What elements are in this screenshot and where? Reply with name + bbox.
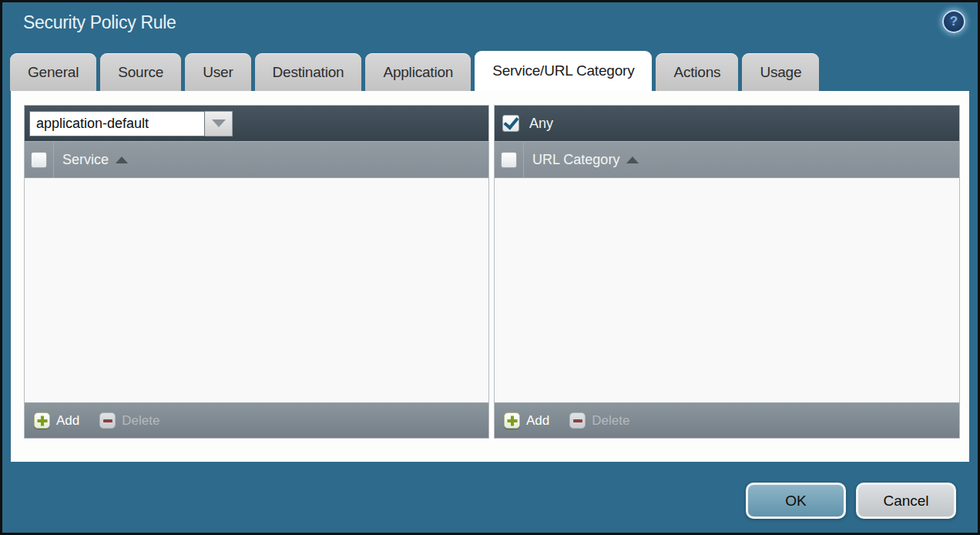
url-category-panel: Any URL Category Add Delete [494,105,960,439]
plus-icon [504,412,520,429]
service-column-header: Service [25,141,488,178]
help-icon[interactable]: ? [942,10,965,33]
security-policy-rule-dialog: { "dialog": { "title": "Security Policy … [0,0,980,535]
service-type-dropdown[interactable]: application-default [29,111,233,136]
add-url-category-button[interactable]: Add [504,412,549,429]
tab-service-url-category[interactable]: Service/URL Category [475,51,652,91]
delete-service-button[interactable]: Delete [99,412,159,429]
minus-icon [569,412,586,429]
any-label: Any [529,116,553,132]
sort-ascending-icon [626,156,639,163]
tab-bar: General Source User Destination Applicat… [10,51,819,91]
plus-icon [34,412,50,429]
url-category-panel-header: Any [495,106,959,141]
tab-application[interactable]: Application [365,53,471,91]
service-type-dropdown-value[interactable]: application-default [29,111,205,136]
minus-icon [99,412,116,429]
sort-ascending-icon [116,156,128,163]
url-category-column-label[interactable]: URL Category [532,152,619,168]
tab-content-area: application-default Service Add Delete [11,91,969,462]
page-title: Security Policy Rule [23,12,176,33]
url-category-select-all-checkbox[interactable] [501,152,517,168]
ok-button[interactable]: OK [746,483,846,519]
add-service-label: Add [56,413,79,429]
tab-usage[interactable]: Usage [742,53,819,91]
tab-actions[interactable]: Actions [656,53,738,91]
tab-source[interactable]: Source [100,53,181,91]
service-select-all-cell [25,142,54,177]
service-panel-footer: Add Delete [25,402,488,438]
chevron-down-icon [212,119,226,127]
url-category-panel-footer: Add Delete [495,402,959,438]
url-category-select-all-cell [495,142,524,177]
url-category-column-header: URL Category [495,141,959,178]
service-column-label[interactable]: Service [62,152,109,168]
service-select-all-checkbox[interactable] [31,152,47,168]
tab-general[interactable]: General [10,53,96,91]
tab-destination[interactable]: Destination [255,53,362,91]
add-service-button[interactable]: Add [34,412,79,429]
any-row: Any [499,115,553,132]
service-table-body [25,178,488,402]
service-type-dropdown-button[interactable] [205,111,233,136]
add-url-category-label: Add [526,413,549,429]
delete-service-label: Delete [122,413,159,429]
any-checkbox[interactable] [502,115,519,132]
delete-url-category-button[interactable]: Delete [569,412,629,429]
cancel-button[interactable]: Cancel [856,483,956,519]
url-category-table-body [495,178,959,402]
service-panel-header: application-default [25,106,488,141]
service-panel: application-default Service Add Delete [24,105,489,439]
tab-user[interactable]: User [185,53,250,91]
delete-url-category-label: Delete [592,413,629,429]
